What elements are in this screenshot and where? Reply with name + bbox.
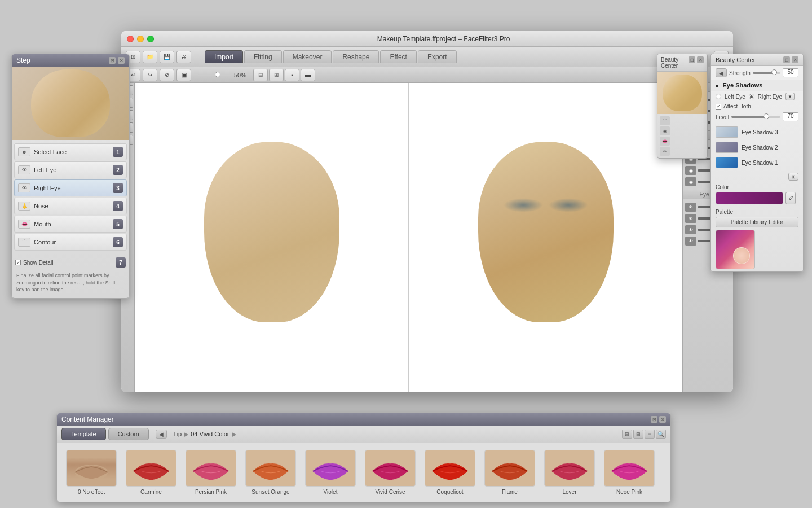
contour-icon: ⌒ [18, 238, 30, 247]
cm-item-lover[interactable]: Lover [540, 448, 599, 497]
step-contour[interactable]: ⌒ Contour 6 [14, 234, 127, 251]
cm-label-no-effect: 0 No effect [78, 489, 105, 495]
eye-shadow-item-3[interactable]: Eye Shadow 3 [716, 125, 798, 139]
close-button[interactable] [127, 36, 134, 42]
cm-item-violet[interactable]: Violet [301, 448, 360, 497]
cm-label-violet: Violet [324, 489, 338, 495]
master-extra-icon[interactable]: ✏ [660, 147, 670, 156]
beauty-master-resize[interactable]: ⊡ [689, 56, 695, 63]
step-contour-num: 6 [113, 237, 123, 247]
cm-tab-custom[interactable]: Custom [108, 428, 149, 440]
color-swatch[interactable] [716, 192, 783, 204]
save-button[interactable]: 💾 [160, 51, 174, 63]
cancel-icon[interactable]: ⊘ [160, 69, 174, 81]
eye-shadow-item-2[interactable]: Eye Shadow 2 [716, 141, 798, 154]
step-select-face-label: Select Face [34, 148, 109, 155]
makeup-icon-4[interactable]: ◉ [685, 177, 696, 186]
affect-both-checkbox[interactable]: ✓ [716, 104, 721, 110]
cm-item-carmine[interactable]: Carmine [121, 448, 181, 497]
cm-item-no-effect[interactable]: 0 No effect [61, 448, 121, 497]
beauty-master-close[interactable]: ✕ [697, 56, 704, 63]
step-panel-close[interactable]: ✕ [118, 57, 125, 64]
cm-close[interactable]: ✕ [659, 416, 666, 423]
palette-library-button[interactable]: Palette Library Editor [716, 217, 798, 227]
beauty-master-panel: Beauty Center ⊡ ✕ ⌒ ◉ 👄 ✏ [657, 54, 708, 159]
palette-circle [733, 247, 750, 264]
master-eye-icon[interactable]: ◉ [660, 126, 670, 135]
tab-export[interactable]: Export [418, 50, 457, 63]
view-split-v[interactable]: ⊞ [269, 69, 284, 81]
step-nose[interactable]: 👃 Nose 4 [14, 198, 127, 214]
beauty-panel-title: Beauty Center [716, 56, 755, 63]
tab-fitting[interactable]: Fitting [244, 50, 282, 63]
print-button[interactable]: 🖨 [176, 51, 191, 63]
eye-makeup-icon-2[interactable]: 👁 [685, 214, 696, 223]
content-manager: Content Manager ⊡ ✕ Template Custom ◀ Li… [56, 413, 671, 502]
cm-header: Content Manager ⊡ ✕ [57, 413, 670, 426]
zoom-slider[interactable] [198, 74, 232, 76]
redo-button[interactable]: ↪ [143, 69, 157, 81]
search-icon[interactable]: 🔍 [656, 430, 666, 439]
cm-label-lover: Lover [562, 489, 576, 495]
level-value[interactable]: 70 [783, 112, 798, 121]
show-detail-checkbox[interactable]: ✓ [15, 260, 21, 265]
right-eye-radio[interactable] [749, 94, 754, 99]
view-dual[interactable]: ▬ [301, 69, 315, 81]
cm-item-neoe-pink[interactable]: Neoe Pink [599, 448, 659, 497]
tab-import[interactable]: Import [205, 50, 243, 63]
cm-tab-template[interactable]: Template [61, 428, 106, 440]
tab-reshape[interactable]: Reshape [333, 50, 379, 63]
show-detail-num: 7 [116, 257, 126, 268]
eye-shadow-options-icon[interactable]: ⊞ [788, 173, 798, 181]
step-left-eye[interactable]: 👁 Left Eye 2 [14, 161, 127, 178]
eye-makeup-icon-3[interactable]: 👁 [685, 225, 696, 234]
view-list-icon[interactable]: ≡ [645, 430, 655, 439]
cm-item-sunset-orange[interactable]: Sunset Orange [241, 448, 301, 497]
view-single[interactable]: ▪ [285, 69, 299, 81]
color-picker-icon[interactable]: 🖊 [785, 192, 796, 204]
cm-item-persian-pink[interactable]: Persian Pink [181, 448, 241, 497]
eye-options-icon[interactable]: ▼ [785, 93, 795, 100]
minimize-button[interactable] [137, 36, 144, 42]
cm-back-button[interactable]: ◀ [156, 430, 167, 439]
left-eye-radio[interactable] [716, 94, 721, 99]
eye-shadow-swatch-2 [716, 142, 738, 153]
strength-slider[interactable] [753, 72, 780, 74]
step-mouth-label: Mouth [34, 221, 109, 227]
master-lip-icon[interactable]: 👄 [660, 137, 670, 146]
level-slider[interactable] [731, 116, 780, 118]
tab-makeover[interactable]: Makeover [283, 50, 332, 63]
cm-item-flame[interactable]: Flame [480, 448, 540, 497]
makeup-icon-3[interactable]: ◉ [685, 166, 696, 175]
select-icon[interactable]: ▣ [176, 69, 191, 81]
palette-preview[interactable] [716, 230, 755, 269]
eye-shadows-label: Eye Shadows [723, 82, 763, 89]
maximize-button[interactable] [147, 36, 154, 42]
back-button[interactable]: ◀ [716, 68, 727, 77]
cm-path-lip: Lip [174, 431, 182, 437]
eye-makeup-icon-1[interactable]: 👁 [685, 203, 696, 212]
eye-shadow-item-1[interactable]: Eye Shadow 1 [716, 156, 798, 169]
beauty-panel-close[interactable]: ✕ [792, 56, 798, 63]
eye-makeup-icon-4[interactable]: 👁 [685, 237, 696, 246]
step-mouth[interactable]: 👄 Mouth 5 [14, 216, 127, 233]
step-panel-resize[interactable]: ⊡ [109, 57, 116, 64]
cm-item-vivid-cerise[interactable]: Vivid Cerise [360, 448, 420, 497]
cm-resize[interactable]: ⊡ [651, 416, 657, 423]
view-large-icon[interactable]: ⊟ [622, 430, 632, 439]
open-button[interactable]: 📁 [143, 51, 157, 63]
step-right-eye[interactable]: 👁 Right Eye 3 [14, 179, 127, 196]
strength-value[interactable]: 50 [783, 68, 798, 77]
cm-swatch-coquelicot [425, 450, 475, 487]
eyebrow-icon[interactable]: ⌒ [660, 116, 670, 125]
view-split-h[interactable]: ⊟ [253, 69, 268, 81]
step-select-face[interactable]: ☻ Select Face 1 [14, 143, 127, 160]
cm-swatch-neoe-pink [604, 450, 655, 487]
view-grid-icon[interactable]: ⊞ [633, 430, 643, 439]
beauty-panel-resize[interactable]: ⊡ [783, 56, 790, 63]
step-panel-header: Step ⊡ ✕ [12, 54, 129, 67]
cm-item-coquelicot[interactable]: Coquelicot [420, 448, 480, 497]
tab-effect[interactable]: Effect [380, 50, 416, 63]
show-detail-label: Show Detail [23, 260, 53, 266]
cm-path-sep: ▶ [184, 431, 188, 438]
